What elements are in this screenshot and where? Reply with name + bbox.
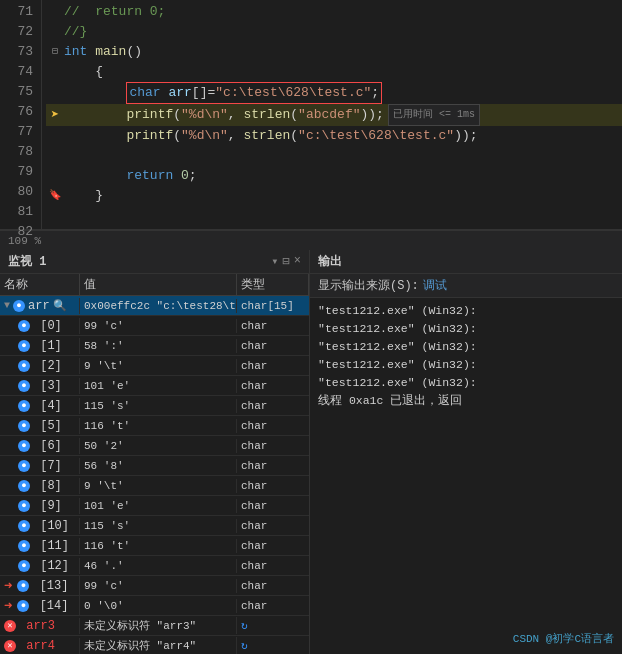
watch-panel-controls[interactable]: ▾ ⊟ × [271, 254, 301, 269]
watch-row-1[interactable]: ● [1] 58 ':' char [0, 336, 309, 356]
code-text-71: // return 0; [64, 2, 165, 22]
gutter-80: 🔖 [46, 186, 64, 206]
watch-row-7[interactable]: ● [7] 56 '8' char [0, 456, 309, 476]
watch-type-1: char [237, 339, 309, 353]
output-panel: 输出 显示输出来源(S): 调试 "test1212.exe" (Win32):… [310, 250, 622, 654]
code-line-72: //} [46, 22, 622, 42]
watch-row-2[interactable]: ● [2] 9 '\t' char [0, 356, 309, 376]
code-line-78 [46, 146, 622, 166]
code-line-79: return 0; [46, 166, 622, 186]
code-text-79: return 0; [64, 166, 197, 186]
ln-71: 71 [8, 2, 33, 22]
ln-77: 77 [8, 122, 33, 142]
watch-row-3[interactable]: ● [3] 101 'e' char [0, 376, 309, 396]
arr0-label: [0] [33, 319, 62, 333]
code-text-72: //} [64, 22, 87, 42]
watch-row-12[interactable]: ● [12] 46 '.' char [0, 556, 309, 576]
output-line-5: "test1212.exe" (Win32): [318, 374, 614, 392]
watch-table: 名称 值 类型 ▼ ● arr 🔍 0x00effc2c "c:\test28\… [0, 274, 309, 654]
watch-name-2: ● [2] [0, 358, 80, 374]
watch-pin-button[interactable]: ▾ [271, 254, 278, 269]
ln-73: 73 [8, 42, 33, 62]
watch-row-arr[interactable]: ▼ ● arr 🔍 0x00effc2c "c:\test28\test.c" … [0, 296, 309, 316]
arr6-icon: ● [18, 440, 30, 452]
code-line-77: printf("%d\n", strlen("c:\test\628\test.… [46, 126, 622, 146]
watch-val-7: 56 '8' [80, 459, 237, 473]
arr4-refresh-icon[interactable]: ↻ [241, 640, 248, 652]
code-text-75: char arr[]="c:\test\628\test.c"; [64, 82, 382, 104]
watch-row-0[interactable]: ● [0] 99 'c' char [0, 316, 309, 336]
watch-header-value: 值 [80, 274, 237, 295]
watch-name-4: ● [4] [0, 398, 80, 414]
watch-val-14: 0 '\0' [80, 599, 237, 613]
code-lines[interactable]: // return 0; //} ⊟ int main() { char arr… [42, 0, 622, 229]
watch-row-arr4[interactable]: ✕ arr4 未定义标识符 "arr4" ↻ [0, 636, 309, 654]
collapse-icon-73[interactable]: ⊟ [52, 42, 58, 62]
watch-type-7: char [237, 459, 309, 473]
output-panel-titlebar: 输出 [310, 250, 622, 274]
watch-name-arr: ▼ ● arr 🔍 [0, 298, 80, 314]
ln-79: 79 [8, 162, 33, 182]
arr9-label: [9] [33, 499, 62, 513]
watch-type-12: char [237, 559, 309, 573]
watch-row-5[interactable]: ● [5] 116 't' char [0, 416, 309, 436]
arr12-label: [12] [33, 559, 69, 573]
watch-row-13[interactable]: ➜ ● [13] 99 'c' char [0, 576, 309, 596]
watch-name-14: ➜ ● [14] [0, 596, 80, 615]
arr-magnify-icon[interactable]: 🔍 [53, 299, 67, 312]
watch-val-8: 9 '\t' [80, 479, 237, 493]
code-line-74: { [46, 62, 622, 82]
watch-row-8[interactable]: ● [8] 9 '\t' char [0, 476, 309, 496]
arr11-icon: ● [18, 540, 30, 552]
arr10-label: [10] [33, 519, 69, 533]
ln-74: 74 [8, 62, 33, 82]
watch-row-6[interactable]: ● [6] 50 '2' char [0, 436, 309, 456]
gutter-76: ➤ [46, 105, 64, 125]
arr-icon: ● [13, 300, 25, 312]
output-source-label: 显示输出来源(S): [318, 277, 419, 294]
arr4-err-label: arr4 [19, 639, 55, 653]
code-text-76: printf("%d\n", strlen("abcdef")); [64, 105, 384, 125]
arr7-label: [7] [33, 459, 62, 473]
code-text-82: //int add(int x, int y) [64, 226, 243, 229]
ln-78: 78 [8, 142, 33, 162]
arr8-label: [8] [33, 479, 62, 493]
output-source-value[interactable]: 调试 [423, 277, 447, 294]
arr-collapse-icon[interactable]: ▼ [4, 300, 10, 311]
watch-row-4[interactable]: ● [4] 115 's' char [0, 396, 309, 416]
code-text-73: main() [87, 42, 142, 62]
output-line-6: 线程 0xa1c 已退出，返回 [318, 392, 614, 410]
watch-type-arr: char[15] [237, 299, 309, 313]
arr8-icon: ● [18, 480, 30, 492]
watch-type-10: char [237, 519, 309, 533]
code-kw-73: int [64, 42, 87, 62]
output-source-bar: 显示输出来源(S): 调试 [310, 274, 622, 298]
watch-val-5: 116 't' [80, 419, 237, 433]
watch-val-1: 58 ':' [80, 339, 237, 353]
collapse-icon-82[interactable]: ⊟ [52, 226, 58, 229]
arr2-icon: ● [18, 360, 30, 372]
watch-close-button[interactable]: × [294, 254, 301, 269]
watch-row-9[interactable]: ● [9] 101 'e' char [0, 496, 309, 516]
watch-row-arr3[interactable]: ✕ arr3 未定义标识符 "arr3" ↻ [0, 616, 309, 636]
arr7-icon: ● [18, 460, 30, 472]
watch-row-11[interactable]: ● [11] 116 't' char [0, 536, 309, 556]
code-line-82: ⊟ //int add(int x, int y) [46, 226, 622, 229]
code-line-80: 🔖 } [46, 186, 622, 206]
gutter-82: ⊟ [46, 226, 64, 229]
code-editor: 71 72 73 74 75 76 77 78 79 80 81 82 // r… [0, 0, 622, 230]
watch-row-14[interactable]: ➜ ● [14] 0 '\0' char [0, 596, 309, 616]
arr1-icon: ● [18, 340, 30, 352]
watch-name-8: ● [8] [0, 478, 80, 494]
arr3-refresh-icon[interactable]: ↻ [241, 620, 248, 632]
watch-name-6: ● [6] [0, 438, 80, 454]
arrow-13: ➜ [4, 577, 12, 594]
watch-val-13: 99 'c' [80, 579, 237, 593]
arr13-label: [13] [32, 579, 68, 593]
code-text-74: { [64, 62, 103, 82]
watermark: CSDN @初学C语言者 [513, 631, 614, 646]
watch-dock-button[interactable]: ⊟ [283, 254, 290, 269]
bottom-panels: 监视 1 ▾ ⊟ × 名称 值 类型 ▼ ● arr 🔍 [0, 250, 622, 654]
watch-val-11: 116 't' [80, 539, 237, 553]
watch-row-10[interactable]: ● [10] 115 's' char [0, 516, 309, 536]
